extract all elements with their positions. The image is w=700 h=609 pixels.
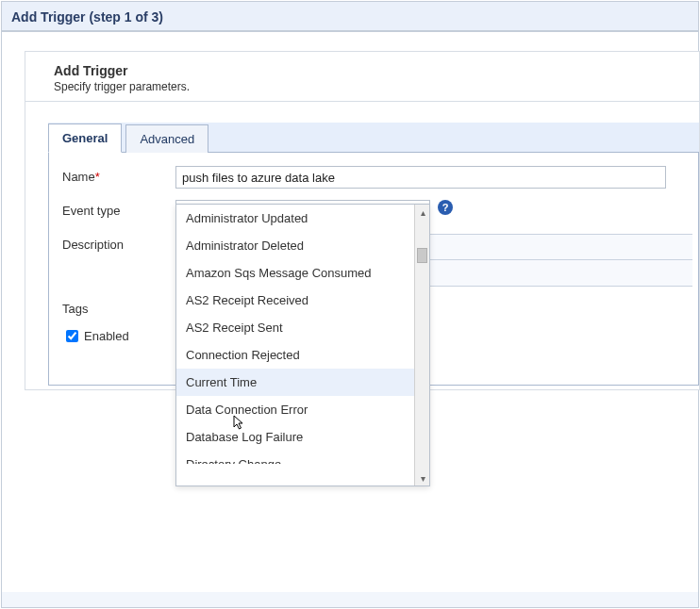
dropdown-option[interactable]: Administrator Deleted <box>176 232 414 259</box>
dropdown-option[interactable]: Connection Rejected <box>176 341 414 369</box>
dropdown-option[interactable]: AS2 Receipt Received <box>176 287 414 314</box>
tab-general[interactable]: General <box>48 123 122 153</box>
enabled-checkbox[interactable]: Enabled <box>62 327 129 345</box>
scroll-up-icon[interactable]: ▴ <box>415 205 430 220</box>
required-asterisk: * <box>95 170 100 184</box>
help-icon[interactable]: ? <box>438 200 453 215</box>
scrollbar-track[interactable] <box>415 220 429 470</box>
panel-subheading: Specify trigger parameters. <box>54 80 690 93</box>
panel-heading: Add Trigger <box>54 63 690 78</box>
tags-label: Tags <box>62 298 175 316</box>
scrollbar[interactable]: ▴ ▾ <box>414 205 429 486</box>
dropdown-option[interactable]: Current Time <box>176 369 414 396</box>
description-label: Description <box>62 234 175 252</box>
dropdown-option[interactable]: Directory Change <box>176 451 414 464</box>
tab-body-general: Name* Event type Account Created ▾ <box>48 153 699 386</box>
dropdown-option[interactable]: Data Connection Error <box>176 396 414 423</box>
scroll-down-icon[interactable]: ▾ <box>415 470 430 486</box>
panel-add-trigger: Add Trigger Specify trigger parameters. … <box>25 51 700 390</box>
dropdown-option[interactable]: Amazon Sqs Message Consumed <box>176 259 414 287</box>
event-type-dropdown[interactable]: Administrator UpdatedAdministrator Delet… <box>175 204 430 486</box>
dropdown-option[interactable]: Administrator Updated <box>176 205 414 232</box>
name-label: Name* <box>62 166 175 184</box>
tab-strip: General Advanced <box>48 123 699 153</box>
name-input[interactable] <box>175 166 666 189</box>
enabled-checkbox-input[interactable] <box>66 330 78 342</box>
dropdown-option[interactable]: Database Log Failure <box>176 423 414 451</box>
event-type-label: Event type <box>62 200 175 218</box>
enabled-label: Enabled <box>84 329 129 343</box>
page-title: Add Trigger (step 1 of 3) <box>2 2 698 31</box>
tab-advanced[interactable]: Advanced <box>125 124 208 153</box>
scrollbar-thumb[interactable] <box>417 248 427 263</box>
dropdown-option[interactable]: AS2 Receipt Sent <box>176 314 414 341</box>
